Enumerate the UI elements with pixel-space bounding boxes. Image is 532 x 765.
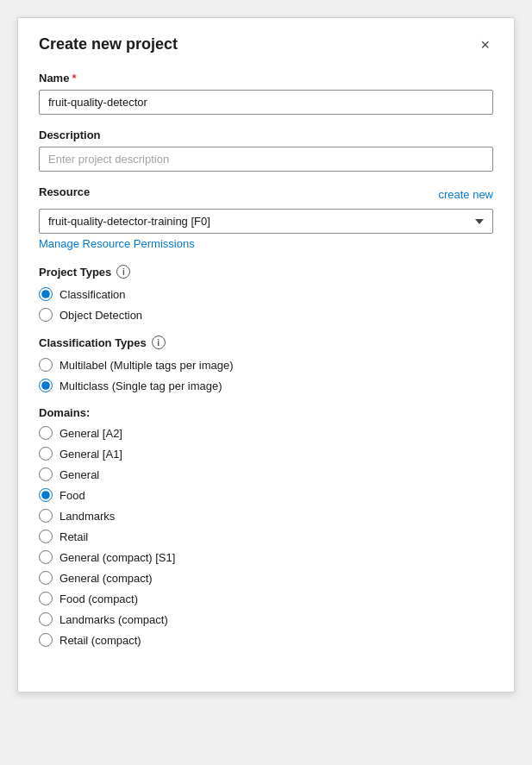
general-a2-radio[interactable] (39, 426, 53, 440)
food-label: Food (59, 489, 85, 502)
domain-retail-compact[interactable]: Retail (compact) (39, 633, 493, 647)
multilabel-radio[interactable] (39, 358, 53, 372)
project-type-object-detection[interactable]: Object Detection (39, 308, 493, 322)
general-compact-s1-radio[interactable] (39, 550, 53, 564)
project-types-info-icon[interactable]: i (116, 265, 130, 279)
general-compact-s1-label: General (compact) [S1] (59, 551, 175, 564)
domain-general-compact[interactable]: General (compact) (39, 571, 493, 585)
domain-retail[interactable]: Retail (39, 530, 493, 543)
classification-radio[interactable] (39, 287, 53, 301)
multiclass-label: Multiclass (Single tag per image) (59, 379, 222, 392)
object-detection-label: Object Detection (59, 309, 142, 322)
general-radio[interactable] (39, 467, 53, 481)
domains-group: Domains: General [A2] General [A1] Gener… (39, 406, 493, 654)
manage-permissions-link[interactable]: Manage Resource Permissions (39, 237, 195, 250)
create-project-dialog: Create new project × Name * Description … (17, 17, 515, 693)
resource-select[interactable]: fruit-quality-detector-training [F0] (39, 209, 493, 234)
classification-label: Classification (59, 288, 126, 301)
domains-label: Domains: (39, 406, 493, 419)
multilabel-label: Multilabel (Multiple tags per image) (59, 359, 234, 372)
project-type-classification[interactable]: Classification (39, 287, 493, 301)
general-a2-label: General [A2] (59, 427, 122, 440)
general-label: General (59, 468, 99, 481)
landmarks-label: Landmarks (59, 510, 115, 523)
domain-general-a2[interactable]: General [A2] (39, 426, 493, 440)
general-a1-label: General [A1] (59, 448, 122, 461)
object-detection-radio[interactable] (39, 308, 53, 322)
project-types-radio-group: Classification Object Detection (39, 287, 493, 322)
description-input[interactable] (39, 147, 493, 172)
multiclass-radio[interactable] (39, 379, 53, 392)
resource-label-row: Resource create new (39, 185, 493, 204)
required-indicator: * (72, 72, 76, 85)
classification-types-title: Classification Types i (39, 335, 493, 349)
domain-general[interactable]: General (39, 467, 493, 481)
food-radio[interactable] (39, 488, 53, 502)
name-field-group: Name * (39, 72, 493, 115)
domain-food[interactable]: Food (39, 488, 493, 502)
retail-radio[interactable] (39, 530, 53, 543)
project-types-group: Project Types i Classification Object De… (39, 265, 493, 322)
retail-compact-label: Retail (compact) (59, 634, 141, 647)
food-compact-label: Food (compact) (59, 593, 138, 605)
classification-types-radio-group: Multilabel (Multiple tags per image) Mul… (39, 358, 493, 392)
general-compact-radio[interactable] (39, 571, 53, 585)
classification-type-multiclass[interactable]: Multiclass (Single tag per image) (39, 379, 493, 392)
resource-label: Resource (39, 185, 90, 198)
landmarks-radio[interactable] (39, 509, 53, 523)
landmarks-compact-radio[interactable] (39, 612, 53, 626)
description-label: Description (39, 129, 493, 141)
dialog-header: Create new project × (39, 35, 493, 54)
domain-general-compact-s1[interactable]: General (compact) [S1] (39, 550, 493, 564)
close-button[interactable]: × (477, 35, 493, 54)
classification-type-multilabel[interactable]: Multilabel (Multiple tags per image) (39, 358, 493, 372)
description-field-group: Description (39, 129, 493, 172)
general-compact-label: General (compact) (59, 572, 153, 585)
domain-food-compact[interactable]: Food (compact) (39, 592, 493, 605)
name-input[interactable] (39, 90, 493, 115)
domains-list: General [A2] General [A1] General Food L… (39, 426, 493, 654)
retail-label: Retail (59, 530, 88, 543)
domain-general-a1[interactable]: General [A1] (39, 447, 493, 461)
general-a1-radio[interactable] (39, 447, 53, 461)
dialog-title: Create new project (39, 35, 178, 53)
classification-types-info-icon[interactable]: i (152, 335, 166, 349)
project-types-title: Project Types i (39, 265, 493, 279)
name-label: Name * (39, 72, 493, 85)
retail-compact-radio[interactable] (39, 633, 53, 647)
landmarks-compact-label: Landmarks (compact) (59, 613, 168, 626)
resource-field-group: Resource create new fruit-quality-detect… (39, 185, 493, 251)
food-compact-radio[interactable] (39, 592, 53, 605)
create-new-link[interactable]: create new (438, 188, 493, 201)
domain-landmarks-compact[interactable]: Landmarks (compact) (39, 612, 493, 626)
classification-types-group: Classification Types i Multilabel (Multi… (39, 335, 493, 392)
domain-landmarks[interactable]: Landmarks (39, 509, 493, 523)
